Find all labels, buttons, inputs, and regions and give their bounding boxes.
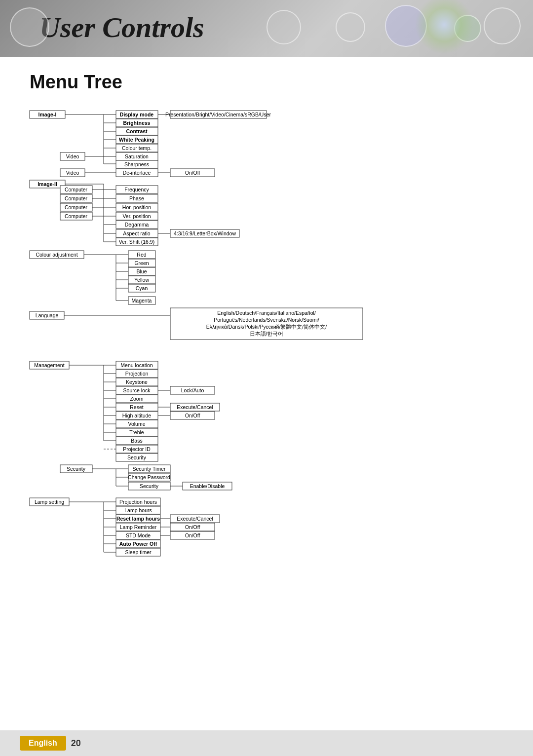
projector-id-label: Projector ID [123,446,151,452]
auto-power-off-label: Auto Power Off [119,541,157,547]
change-password-label: Change Password [128,474,170,480]
security-group-label: Security [67,466,86,472]
computer-label-3: Computer [65,204,88,210]
computer-label-4: Computer [65,213,88,219]
brightness-label: Brightness [123,120,151,126]
colour-temp-label: Colour temp. [122,145,152,151]
management-label: Management [34,362,64,368]
lens-flare [415,0,474,54]
computer-label-1: Computer [65,187,88,192]
high-altitude-options: On/Off [185,413,200,418]
decorative-circle-5 [484,7,521,44]
colour-adj-label: Colour adjustment [36,252,77,258]
sharpness-label: Sharpness [124,161,149,167]
language-options-2: Português/Nederlands/Svenska/Norsk/Suomi… [214,317,319,323]
ver-position-label: Ver. position [122,213,151,219]
lamp-reminder-options: On/Off [185,524,200,530]
hor-position-label: Hor. position [122,204,152,210]
aspect-ratio-label: Aspect ratio [123,230,151,236]
green-label: Green [134,260,149,266]
magenta-label: Magenta [132,298,152,303]
image-i-label: Image-I [38,112,57,117]
blue-label: Blue [136,268,147,274]
saturation-label: Saturation [125,153,149,159]
page-header: User Controls [0,0,533,57]
volume-label: Volume [128,421,145,427]
security-options: Enable/Disable [190,483,225,489]
reset-lamp-hours-options: Execute/Cancel [177,516,213,522]
language-label: Language [36,312,59,318]
bass-label: Bass [131,438,142,444]
std-mode-options: On/Off [185,532,200,538]
projection-hours-label: Projection hours [119,499,157,505]
high-altitude-label: High altitude [122,413,152,418]
page-footer: English 20 [0,730,533,756]
image-ii-label: Image-II [38,181,57,187]
cyan-label: Cyan [136,285,148,291]
projection-label: Projection [125,371,149,377]
display-mode-label: Display mode [120,112,153,117]
std-mode-label: STD Mode [126,532,151,538]
keystone-label: Keystone [126,379,148,385]
main-content: Menu Tree Image-I Display mode Presentat… [0,57,533,572]
security-sub-label: Security [140,483,159,489]
white-peaking-label: White Peaking [119,137,154,143]
video-label-1: Video [66,153,79,159]
language-options-4: 日本語/한국어 [250,331,284,337]
sleep-timer-label: Sleep timer [125,549,152,555]
security-under-mgmt-label: Security [127,454,147,460]
ver-shift-label: Ver. Shift (16:9) [119,239,154,245]
security-timer-label: Security Timer [132,466,166,472]
frequency-label: Frequency [124,187,149,192]
decorative-circle-2 [266,10,301,44]
video-label-2: Video [66,170,79,176]
reset-options: Execute/Cancel [177,404,213,410]
source-lock-label: Source lock [123,387,151,393]
yellow-label: Yellow [134,277,149,283]
de-interlace-options: On/Off [185,170,200,176]
page-number: 20 [71,738,81,749]
zoom-label: Zoom [130,396,144,402]
computer-label-2: Computer [65,195,88,201]
decorative-circle-1 [10,7,49,47]
display-mode-options: Presentation/Bright/Video/Cinema/sRGB/Us… [165,112,271,117]
menu-tree-diagram: Image-I Display mode Presentation/Bright… [30,107,503,541]
reset-label: Reset [130,404,144,410]
reset-lamp-hours-label: Reset lamp hours [116,516,160,522]
de-interlace-label: De-interlace [123,170,151,176]
decorative-circle-3 [336,12,365,42]
red-label: Red [137,252,146,258]
section-title: Menu Tree [30,72,503,93]
menu-location-label: Menu location [120,362,153,368]
source-lock-options: Lock/Auto [181,387,204,393]
phase-label: Phase [129,195,144,201]
lamp-hours-label: Lamp hours [124,507,152,513]
aspect-ratio-options: 4:3/16:9/LetterBox/Window [174,230,236,236]
treble-label: Treble [129,429,144,435]
language-badge: English [20,736,66,751]
language-options-1: English/Deutsch/Français/Italiano/Españo… [217,310,316,316]
language-options-3: Ελληνικά/Dansk/Polski/Русский/繁體中文/简体中文/ [206,324,327,330]
degamma-label: Degamma [125,222,149,227]
contrast-label: Contrast [126,128,148,134]
lamp-reminder-label: Lamp Reminder [120,524,157,530]
lamp-setting-label: Lamp setting [35,499,64,505]
